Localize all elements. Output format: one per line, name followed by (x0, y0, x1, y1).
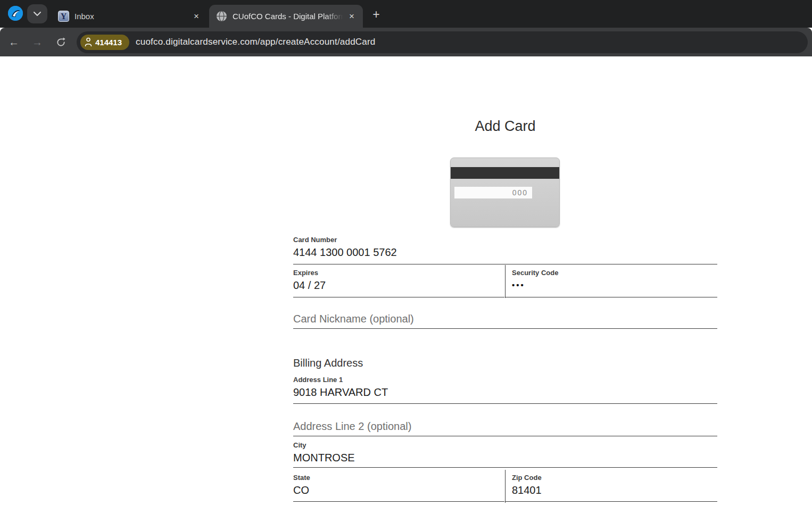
column-divider (505, 265, 506, 298)
tab-title: Inbox (74, 12, 190, 21)
browser-logo-icon[interactable] (8, 6, 23, 21)
tab-strip: Y Inbox × CUofCO Cards - Digital Platfor… (0, 0, 812, 28)
state-value[interactable]: CO (293, 484, 309, 496)
tab-cuofco-cards[interactable]: CUofCO Cards - Digital Platform × (209, 5, 363, 28)
address-line1-value[interactable]: 9018 HARVARD CT (293, 386, 388, 399)
page-content: Add Card 000 Card Number 4144 1300 0001 … (0, 56, 812, 522)
city-label: City (293, 441, 306, 449)
column-divider (505, 470, 506, 503)
session-badge[interactable]: 414413 (80, 35, 129, 50)
expires-label: Expires (293, 269, 318, 277)
forward-icon: → (30, 35, 45, 49)
tab-inbox[interactable]: Y Inbox × (51, 5, 208, 28)
divider (293, 436, 717, 436)
zip-code-value[interactable]: 81401 (512, 484, 542, 496)
city-value[interactable]: MONTROSE (293, 452, 355, 464)
divider (506, 501, 717, 502)
tab-title: CUofCO Cards - Digital Platform (233, 12, 345, 21)
address-line1-label: Address Line 1 (293, 376, 343, 384)
browser-window: Y Inbox × CUofCO Cards - Digital Platfor… (0, 0, 812, 522)
security-code-value[interactable]: ••• (512, 280, 525, 289)
globe-icon (216, 11, 227, 22)
close-tab-icon[interactable]: × (345, 10, 358, 23)
new-tab-button[interactable]: + (368, 6, 384, 22)
card-number-label: Card Number (293, 236, 337, 244)
billing-address-heading: Billing Address (293, 357, 363, 369)
page-title: Add Card (293, 118, 717, 135)
tab-search-button[interactable] (27, 4, 47, 23)
divider (293, 328, 717, 329)
close-tab-icon[interactable]: × (190, 10, 203, 23)
session-badge-number: 414413 (95, 38, 122, 47)
state-label: State (293, 474, 310, 482)
back-icon[interactable]: ← (6, 35, 21, 49)
expires-value[interactable]: 04 / 27 (293, 279, 326, 292)
chevron-down-icon (34, 12, 41, 16)
card-back-preview: 000 (450, 158, 560, 227)
address-bar[interactable]: 414413 cuofco.digitalcardservice.com/app… (77, 31, 808, 53)
reload-icon[interactable] (53, 35, 68, 49)
security-code-label: Security Code (512, 269, 558, 277)
divider (293, 297, 504, 297)
card-nickname-input[interactable]: Card Nickname (optional) (293, 313, 414, 325)
divider (293, 264, 717, 264)
divider (293, 467, 717, 468)
url-text[interactable]: cuofco.digitalcardservice.com/app/create… (136, 37, 375, 47)
divider (506, 297, 717, 297)
browser-toolbar: ← → 414413 cuofco.digitalcardservice.com… (0, 28, 812, 56)
address-line2-input[interactable]: Address Line 2 (optional) (293, 420, 411, 433)
divider (293, 501, 504, 502)
signature-cvv-box: 000 (454, 187, 532, 198)
card-number-value[interactable]: 4144 1300 0001 5762 (293, 246, 397, 259)
person-icon (85, 37, 92, 47)
yahoo-mail-icon: Y (58, 11, 69, 22)
zip-code-label: Zip Code (512, 474, 542, 482)
magnetic-stripe (451, 167, 559, 179)
divider (293, 403, 717, 404)
